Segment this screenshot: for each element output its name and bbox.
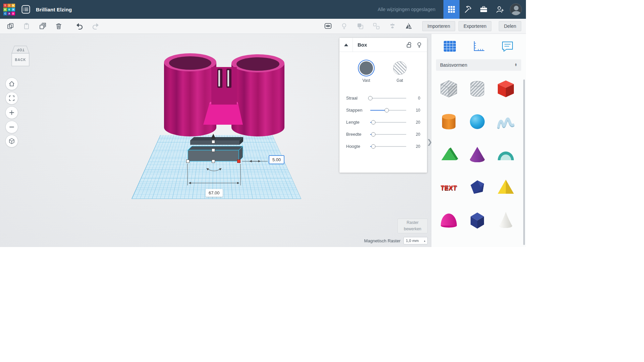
slider-knob[interactable] <box>371 120 375 124</box>
dimension-lines <box>187 161 268 185</box>
slider-steps: Stappen 10 <box>346 108 420 113</box>
slider-track[interactable] <box>370 96 406 101</box>
add-collaborator-icon[interactable] <box>492 0 508 19</box>
perspective-toggle-button[interactable] <box>5 135 18 147</box>
slider-track[interactable] <box>370 108 406 113</box>
shape-hole-box[interactable] <box>437 76 461 101</box>
shape-category-select[interactable]: Basisvormen ▲▼ <box>436 59 521 71</box>
shape-inspector: Box <box>339 38 427 173</box>
shape-green-roof[interactable] <box>437 142 461 167</box>
zoom-in-button[interactable] <box>5 106 18 119</box>
panel-collapse-chevron[interactable]: ❯ <box>427 136 433 148</box>
portfolio-icon[interactable] <box>476 0 492 19</box>
avatar-image <box>510 3 522 15</box>
workplane-icon[interactable] <box>442 39 458 54</box>
copy-icon[interactable] <box>5 20 16 32</box>
shapes-panel: Basisvormen ▲▼ <box>431 34 526 247</box>
solid-swatch[interactable] <box>360 61 373 75</box>
logo-letter: T <box>3 4 7 7</box>
share-button[interactable]: Delen <box>499 21 521 31</box>
zoom-out-button[interactable] <box>5 121 18 133</box>
slider-track[interactable] <box>370 120 406 125</box>
slider-knob[interactable] <box>385 108 389 112</box>
logo-letter: N <box>11 4 15 7</box>
svg-text:TEXT: TEXT <box>440 184 457 191</box>
slider-knob[interactable] <box>371 144 375 148</box>
dashboard-grid-icon[interactable] <box>443 0 460 19</box>
shape-yellow-pyramid[interactable] <box>494 175 518 199</box>
selected-box-shape[interactable] <box>188 137 243 161</box>
duplicate-icon[interactable] <box>37 20 48 32</box>
shape-purple-cone[interactable] <box>465 142 489 167</box>
minecraft-pickaxe-icon[interactable] <box>460 0 476 19</box>
import-button[interactable]: Importeren <box>422 21 455 31</box>
shape-blue-sphere[interactable] <box>465 109 489 134</box>
shape-white-cone[interactable] <box>494 207 518 232</box>
shape-orange-cylinder[interactable] <box>437 109 461 134</box>
main-area: 5.00 67.00 TOP BACK <box>0 34 526 247</box>
shape-pink-paraboloid[interactable] <box>437 207 461 232</box>
shape-hole-cylinder[interactable] <box>465 76 489 101</box>
undo-icon[interactable] <box>74 20 85 32</box>
solid-material-option[interactable]: Vast <box>359 61 374 83</box>
shape-blue-scribble[interactable] <box>494 109 518 134</box>
slider-track[interactable] <box>370 144 406 149</box>
width-dimension-input[interactable]: 67.00 <box>206 189 223 197</box>
viewcube-front-label: BACK <box>15 58 26 62</box>
height-dimension-input[interactable]: 5.00 <box>269 155 284 164</box>
slider-knob[interactable] <box>368 96 373 100</box>
paste-icon <box>21 20 32 32</box>
shape-teal-round-roof[interactable] <box>494 142 518 167</box>
snap-grid-label: Magnetisch Raster <box>364 238 400 243</box>
mirror-icon[interactable] <box>403 20 414 32</box>
slider-track[interactable] <box>370 132 406 137</box>
shape-navy-hexagonal-prism[interactable] <box>465 207 489 232</box>
inspector-collapse-icon[interactable] <box>339 38 353 52</box>
logo-letter: A <box>7 12 11 15</box>
ruler-icon[interactable] <box>471 39 486 54</box>
category-label: Basisvormen <box>440 62 467 68</box>
group-icon <box>355 20 366 32</box>
slider-width: Breedte 20 <box>346 132 420 137</box>
unlock-icon[interactable] <box>404 40 414 50</box>
slider-value[interactable]: 0 <box>410 96 420 101</box>
design-canvas[interactable]: 5.00 67.00 TOP BACK <box>0 34 431 247</box>
notes-icon[interactable] <box>500 39 515 54</box>
hole-material-option[interactable]: Gat <box>392 61 407 83</box>
panel-scrollbar[interactable] <box>523 79 525 245</box>
magenta-shape[interactable] <box>164 53 284 136</box>
avatar[interactable] <box>508 0 524 19</box>
solid-label: Vast <box>362 78 370 83</box>
slider-value[interactable]: 20 <box>410 120 420 125</box>
slider-label: Straal <box>346 96 370 101</box>
export-button[interactable]: Exporteren <box>459 21 491 31</box>
view-cube[interactable]: TOP BACK <box>9 44 32 68</box>
shape-red-text[interactable]: TEXT TEXT <box>437 175 461 199</box>
viewcube-top-label: TOP <box>16 48 24 52</box>
slider-value[interactable]: 10 <box>410 108 420 113</box>
shape-tips-icon[interactable] <box>414 40 424 50</box>
logo-letter: E <box>7 8 11 11</box>
save-status: Alle wijzigingen opgeslagen <box>378 7 435 12</box>
hole-swatch[interactable] <box>393 61 407 75</box>
shape-red-box[interactable] <box>494 76 518 101</box>
slider-value[interactable]: 20 <box>410 132 420 137</box>
show-all-icon[interactable] <box>322 20 334 32</box>
list-menu-icon[interactable] <box>21 5 31 14</box>
slider-height: Hoogte 20 <box>346 144 420 149</box>
shape-navy-polygon[interactable] <box>465 175 489 199</box>
tinkercad-logo-icon[interactable]: T I N K E R C A D <box>3 4 15 15</box>
home-view-button[interactable] <box>5 77 18 90</box>
slider-label: Lengte <box>346 120 370 125</box>
top-bar: T I N K E R C A D Brilliant Elzing Alle … <box>0 0 526 19</box>
slider-knob[interactable] <box>371 132 375 136</box>
document-title[interactable]: Brilliant Elzing <box>36 7 72 12</box>
caret-up-icon: ▴ <box>424 239 425 242</box>
snap-grid-select[interactable]: 1,0 mm ▴ <box>404 237 428 244</box>
logo-letter: D <box>11 12 15 15</box>
fit-view-button[interactable] <box>5 92 18 105</box>
edit-grid-button[interactable]: Raster bewerken <box>397 219 428 233</box>
delete-icon[interactable] <box>53 20 64 32</box>
slider-value[interactable]: 20 <box>410 144 420 149</box>
slider-length: Lengte 20 <box>346 120 420 125</box>
